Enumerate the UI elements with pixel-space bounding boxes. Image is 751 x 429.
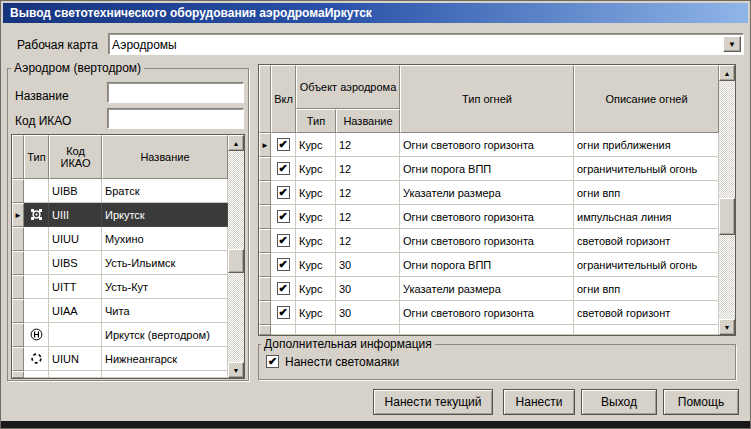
object-type-cell[interactable]: Курс bbox=[296, 181, 336, 205]
table-row[interactable]: UIUU Мухино bbox=[12, 227, 228, 251]
light-type-cell[interactable] bbox=[400, 325, 574, 335]
object-name-cell[interactable]: 12 bbox=[336, 157, 400, 181]
object-name-cell[interactable]: 12 bbox=[336, 229, 400, 253]
aerodrome-table-scrollbar[interactable]: ▲ ▼ bbox=[228, 135, 244, 378]
name-cell[interactable]: Чита bbox=[102, 299, 228, 323]
row-selector[interactable] bbox=[259, 277, 271, 301]
object-name-cell[interactable]: 30 bbox=[336, 301, 400, 325]
icao-cell[interactable]: UIUN bbox=[49, 347, 102, 371]
row-selector[interactable] bbox=[12, 179, 24, 203]
name-cell[interactable]: Мухино bbox=[102, 227, 228, 251]
enabled-cell[interactable]: ✔ bbox=[271, 133, 296, 157]
apply-current-button[interactable]: Нанести текущий bbox=[373, 389, 493, 415]
row-selector[interactable] bbox=[12, 227, 24, 251]
table-row[interactable]: UIUN Нижнеангарск bbox=[12, 347, 228, 371]
row-selector[interactable] bbox=[12, 251, 24, 275]
object-type-cell[interactable]: Курс bbox=[296, 301, 336, 325]
name-input[interactable] bbox=[108, 84, 243, 103]
icao-cell[interactable]: UIAA bbox=[49, 299, 102, 323]
row-selector[interactable]: ► bbox=[259, 133, 271, 157]
light-type-cell[interactable]: Огни светового горизонта bbox=[400, 301, 574, 325]
title-bar[interactable]: Вывод светотехнического оборудования аэр… bbox=[3, 3, 748, 23]
object-name-cell[interactable]: 30 bbox=[336, 253, 400, 277]
enabled-cell[interactable]: ✔ bbox=[271, 301, 296, 325]
light-desc-cell[interactable]: огни впп bbox=[574, 277, 719, 301]
light-desc-cell[interactable]: ограничительный огонь bbox=[574, 253, 719, 277]
table-row[interactable]: ✔ Курс 12 Огни светового горизонта импул… bbox=[259, 205, 719, 229]
name-cell[interactable]: Усть-Кут bbox=[102, 275, 228, 299]
enabled-cell[interactable]: ✔ bbox=[271, 157, 296, 181]
type-cell[interactable] bbox=[24, 299, 49, 323]
scroll-down-button[interactable]: ▼ bbox=[719, 319, 735, 335]
icao-cell[interactable]: UIUU bbox=[49, 227, 102, 251]
row-selector[interactable] bbox=[259, 205, 271, 229]
icao-cell[interactable]: UIBS bbox=[49, 251, 102, 275]
row-selector[interactable] bbox=[259, 157, 271, 181]
table-row[interactable]: UIBS Усть-Ильимск bbox=[12, 251, 228, 275]
row-selector[interactable] bbox=[12, 347, 24, 371]
object-name-cell[interactable]: 12 bbox=[336, 205, 400, 229]
table-row-empty[interactable] bbox=[259, 325, 719, 335]
row-selector[interactable] bbox=[12, 371, 24, 378]
table-row[interactable]: ✔ Курс 30 Указатели размера огни впп bbox=[259, 277, 719, 301]
exit-button[interactable]: Выход bbox=[581, 389, 657, 415]
checked-checkbox[interactable]: ✔ bbox=[277, 138, 290, 151]
row-selector[interactable] bbox=[259, 229, 271, 253]
working-map-combobox[interactable]: Аэродромы ▼ bbox=[108, 33, 744, 55]
lights-table-scrollbar[interactable]: ▲ ▼ bbox=[719, 65, 735, 335]
table-row-selected[interactable]: ► ✔ Курс 12 Огни светового горизонта огн… bbox=[259, 133, 719, 157]
name-cell[interactable]: Иркутск bbox=[102, 203, 228, 227]
table-row[interactable]: UIAA Чита bbox=[12, 299, 228, 323]
light-type-cell[interactable]: Огни светового горизонта bbox=[400, 205, 574, 229]
row-selector[interactable] bbox=[12, 275, 24, 299]
light-desc-cell[interactable]: ограничительный огонь bbox=[574, 157, 719, 181]
light-beacons-checkbox[interactable]: ✔ bbox=[266, 355, 279, 368]
light-type-cell[interactable]: Огни порога ВПП bbox=[400, 253, 574, 277]
checked-checkbox[interactable]: ✔ bbox=[277, 306, 290, 319]
table-row[interactable]: ✔ Курс 12 Огни светового горизонта свето… bbox=[259, 229, 719, 253]
type-cell[interactable] bbox=[24, 227, 49, 251]
type-cell[interactable] bbox=[24, 371, 49, 378]
object-type-cell[interactable]: Курс bbox=[296, 205, 336, 229]
table-row[interactable]: ✔ Курс 30 Огни порога ВПП ограничительны… bbox=[259, 253, 719, 277]
type-cell[interactable] bbox=[24, 203, 49, 227]
object-name-cell[interactable]: 12 bbox=[336, 133, 400, 157]
checked-checkbox[interactable]: ✔ bbox=[277, 258, 290, 271]
icao-cell[interactable]: UIII bbox=[49, 203, 102, 227]
table-row-empty[interactable] bbox=[12, 371, 228, 378]
object-type-cell[interactable] bbox=[296, 325, 336, 335]
table-row[interactable]: ✔ Курс 12 Огни порога ВПП ограничительны… bbox=[259, 157, 719, 181]
icao-input[interactable] bbox=[108, 110, 243, 129]
object-name-cell[interactable]: 30 bbox=[336, 277, 400, 301]
name-cell[interactable]: Иркутск (вертодром) bbox=[102, 323, 228, 347]
scroll-up-button[interactable]: ▲ bbox=[228, 135, 244, 151]
light-desc-cell[interactable]: огни впп bbox=[574, 181, 719, 205]
icao-cell[interactable] bbox=[49, 371, 102, 378]
enabled-cell[interactable]: ✔ bbox=[271, 229, 296, 253]
checked-checkbox[interactable]: ✔ bbox=[277, 186, 290, 199]
scrollbar-thumb[interactable] bbox=[719, 198, 735, 235]
type-cell[interactable] bbox=[24, 323, 49, 347]
object-name-cell[interactable]: 12 bbox=[336, 181, 400, 205]
row-selector[interactable] bbox=[259, 181, 271, 205]
table-row-selected[interactable]: ► UIII Иркутск bbox=[12, 203, 228, 227]
table-row[interactable]: UIBB Братск bbox=[12, 179, 228, 203]
object-type-cell[interactable]: Курс bbox=[296, 229, 336, 253]
enabled-cell[interactable]: ✔ bbox=[271, 205, 296, 229]
light-type-cell[interactable]: Указатели размера bbox=[400, 181, 574, 205]
table-row[interactable]: Иркутск (вертодром) bbox=[12, 323, 228, 347]
enabled-cell[interactable] bbox=[271, 325, 296, 335]
checked-checkbox[interactable]: ✔ bbox=[277, 162, 290, 175]
object-type-cell[interactable]: Курс bbox=[296, 157, 336, 181]
row-selector[interactable]: ► bbox=[12, 203, 24, 227]
type-cell[interactable] bbox=[24, 275, 49, 299]
row-selector[interactable] bbox=[259, 325, 271, 335]
name-cell[interactable]: Нижнеангарск bbox=[102, 347, 228, 371]
row-selector[interactable] bbox=[259, 253, 271, 277]
checked-checkbox[interactable]: ✔ bbox=[277, 282, 290, 295]
apply-button[interactable]: Нанести bbox=[503, 389, 575, 415]
object-name-cell[interactable] bbox=[336, 325, 400, 335]
row-selector[interactable] bbox=[12, 323, 24, 347]
name-cell[interactable] bbox=[102, 371, 228, 378]
light-type-cell[interactable]: Огни светового горизонта bbox=[400, 229, 574, 253]
